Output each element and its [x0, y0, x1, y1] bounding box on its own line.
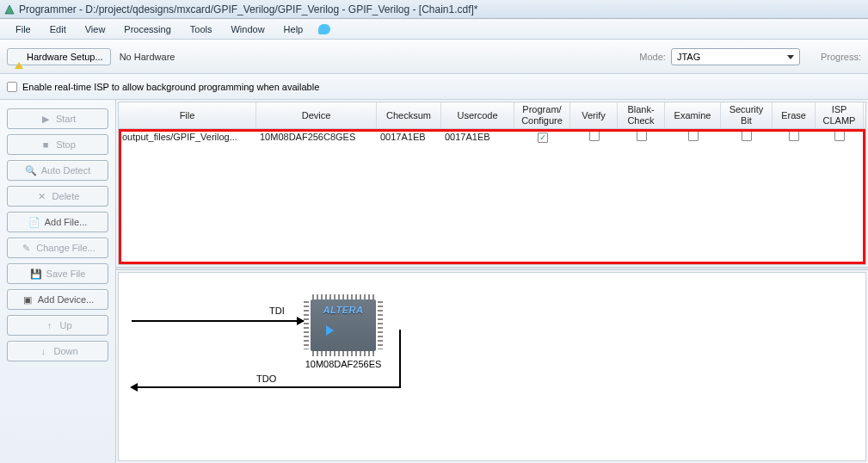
chain-view: TDI ALTERA 10M08DAF256ES TDO — [118, 272, 866, 461]
menu-tools[interactable]: Tools — [182, 22, 221, 36]
tdo-wire — [132, 386, 401, 388]
col-verify[interactable]: Verify — [570, 102, 618, 128]
chip-label: 10M08DAF256ES — [295, 359, 391, 369]
cell-program — [514, 131, 570, 144]
progress-label: Progress: — [821, 52, 861, 62]
app-icon — [3, 3, 15, 15]
col-checksum[interactable]: Checksum — [377, 102, 441, 128]
realtime-isp-checkbox[interactable] — [7, 82, 17, 92]
help-bubble-icon[interactable] — [318, 24, 330, 34]
tdi-label: TDI — [269, 306, 285, 316]
binoculars-icon: 🔍 — [25, 164, 37, 176]
arrow-down-icon: ↓ — [37, 345, 49, 357]
main-layout: ▶Start ■Stop 🔍Auto Detect ✕Delete 📄Add F… — [0, 100, 868, 463]
col-device[interactable]: Device — [256, 102, 377, 128]
cell-device: 10M08DAF256C8GES — [256, 131, 377, 143]
window-title: Programmer - D:/project/qdesigns/mxcard/… — [19, 3, 478, 15]
save-icon: 💾 — [30, 268, 42, 280]
up-button[interactable]: ↑Up — [7, 315, 108, 336]
realtime-isp-label: Enable real-time ISP to allow background… — [22, 82, 319, 92]
hw-setup-icon — [15, 52, 23, 62]
col-program[interactable]: Program/ Configure — [514, 102, 570, 128]
cell-verify — [570, 130, 618, 144]
tdo-label: TDO — [256, 373, 276, 384]
menu-view[interactable]: View — [77, 22, 114, 36]
cell-examine — [665, 130, 721, 144]
menu-help[interactable]: Help — [275, 22, 312, 36]
right-panel: File Device Checksum Usercode Program/ C… — [116, 100, 868, 463]
chip-pins-icon — [378, 301, 383, 349]
device-table: File Device Checksum Usercode Program/ C… — [118, 102, 866, 265]
col-erase[interactable]: Erase — [773, 102, 816, 128]
col-examine[interactable]: Examine — [665, 102, 721, 128]
examine-checkbox[interactable] — [688, 131, 699, 141]
change-file-button[interactable]: ✎Change File... — [7, 238, 108, 258]
menu-bar: File Edit View Processing Tools Window H… — [0, 19, 868, 40]
tdo-arrow-icon — [130, 383, 138, 392]
menu-processing[interactable]: Processing — [115, 22, 179, 36]
delete-button[interactable]: ✕Delete — [7, 186, 108, 207]
verify-checkbox[interactable] — [589, 131, 600, 141]
security-checkbox[interactable] — [742, 131, 752, 141]
tdi-wire — [132, 320, 304, 322]
chip-pins-icon — [312, 351, 374, 356]
menu-file[interactable]: File — [7, 22, 40, 36]
save-file-button[interactable]: 💾Save File — [7, 263, 108, 284]
chip[interactable]: ALTERA — [304, 294, 383, 356]
auto-detect-button[interactable]: 🔍Auto Detect — [7, 160, 108, 181]
stop-icon: ■ — [40, 139, 52, 151]
add-file-icon: 📄 — [28, 216, 40, 228]
cell-blank — [618, 130, 665, 144]
altera-logo: ALTERA — [323, 305, 364, 315]
col-isp[interactable]: ISP CLAMP — [816, 102, 864, 128]
hardware-setup-button[interactable]: Hardware Setup... — [7, 48, 111, 65]
col-blank[interactable]: Blank- Check — [618, 102, 665, 128]
menu-edit[interactable]: Edit — [41, 22, 75, 36]
tdo-wire — [399, 330, 401, 388]
col-usercode[interactable]: Usercode — [441, 102, 514, 128]
program-checkbox[interactable] — [538, 133, 548, 143]
menu-window[interactable]: Window — [222, 22, 273, 36]
isp-checkbox[interactable] — [834, 131, 845, 141]
options-row: Enable real-time ISP to allow background… — [0, 74, 868, 100]
table-row[interactable]: output_files/GPIF_Verilog... 10M08DAF256… — [119, 129, 865, 145]
toolbar: Hardware Setup... No Hardware Mode: JTAG… — [0, 40, 868, 74]
chip-pins-icon — [304, 301, 309, 349]
down-button[interactable]: ↓Down — [7, 341, 108, 361]
cell-erase — [773, 130, 816, 144]
cell-isp — [816, 130, 864, 144]
blank-checkbox[interactable] — [637, 131, 647, 141]
start-button[interactable]: ▶Start — [7, 108, 108, 129]
splitter[interactable] — [116, 267, 868, 270]
mode-select[interactable]: JTAG — [671, 48, 800, 65]
title-bar: Programmer - D:/project/qdesigns/mxcard/… — [0, 0, 868, 19]
chip-body: ALTERA — [311, 299, 376, 351]
highlight-box — [119, 129, 865, 264]
cell-file: output_files/GPIF_Verilog... — [119, 131, 256, 143]
mode-label: Mode: — [639, 52, 666, 62]
cell-checksum: 0017A1EB — [377, 131, 441, 143]
col-security[interactable]: Security Bit — [721, 102, 773, 128]
stop-button[interactable]: ■Stop — [7, 134, 108, 155]
table-header: File Device Checksum Usercode Program/ C… — [119, 102, 865, 129]
delete-icon: ✕ — [36, 190, 48, 202]
cell-security — [721, 130, 773, 144]
change-file-icon: ✎ — [20, 242, 32, 254]
add-device-button[interactable]: ▣Add Device... — [7, 289, 108, 310]
arrow-up-icon: ↑ — [43, 319, 55, 331]
left-panel: ▶Start ■Stop 🔍Auto Detect ✕Delete 📄Add F… — [0, 100, 116, 463]
cell-usercode: 0017A1EB — [441, 131, 514, 143]
add-file-button[interactable]: 📄Add File... — [7, 212, 108, 232]
col-file[interactable]: File — [119, 102, 256, 128]
erase-checkbox[interactable] — [789, 131, 799, 141]
hardware-status: No Hardware — [120, 52, 175, 62]
chip-play-icon — [326, 325, 334, 336]
play-icon: ▶ — [40, 113, 52, 125]
add-device-icon: ▣ — [22, 293, 34, 306]
